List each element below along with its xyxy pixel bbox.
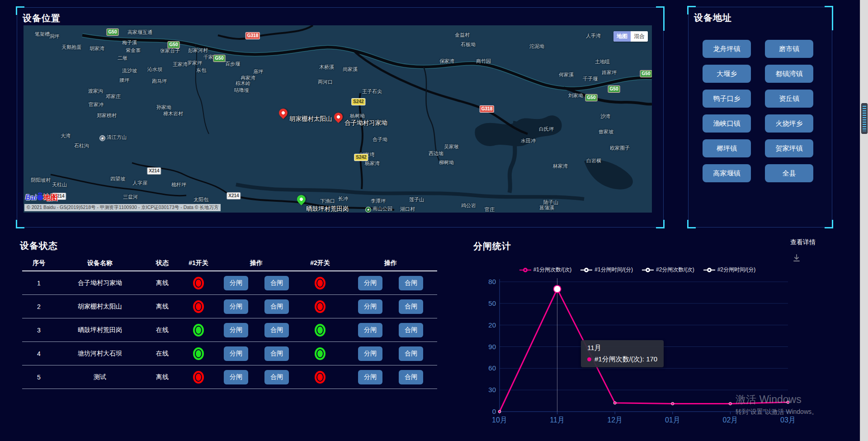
- open-switch-button[interactable]: 分闸: [224, 346, 248, 361]
- close-switch-button[interactable]: 合闸: [399, 346, 423, 361]
- map-place-label: 柳树坳: [439, 159, 454, 166]
- address-button-11[interactable]: 高家堰镇: [703, 164, 751, 182]
- address-button-6[interactable]: 资丘镇: [765, 90, 813, 108]
- address-button-12[interactable]: 全县: [765, 164, 813, 182]
- switch-indicator-red: [315, 371, 326, 384]
- corner-decoration: [656, 6, 665, 31]
- table-row: 2胡家棚村太阳山离线分闸合闸分闸合闸: [22, 295, 437, 318]
- map-place-label: 流沙坡: [122, 67, 137, 74]
- map-place-label: 何家溪: [559, 71, 574, 78]
- svg-text:02月: 02月: [723, 416, 738, 424]
- map-marker-label: 合子坳村习家坳: [344, 119, 387, 127]
- map-place-label: 笔架槽: [35, 31, 50, 38]
- svg-text:03月: 03月: [780, 416, 796, 424]
- page-scrollbar-thumb[interactable]: [861, 103, 868, 134]
- legend-marker-icon: [580, 270, 592, 270]
- address-button-2[interactable]: 磨市镇: [765, 40, 813, 58]
- table-row: 1合子坳村习家坳离线分闸合闸分闸合闸: [22, 271, 437, 295]
- svg-text:30: 30: [488, 386, 496, 394]
- open-switch-button[interactable]: 分闸: [224, 370, 248, 384]
- map-place-label: 路家坪: [602, 69, 617, 76]
- tooltip-series-dot-icon: [587, 357, 591, 361]
- open-switch-button[interactable]: 分闸: [358, 346, 382, 361]
- map-place-label: 腰坪: [119, 77, 129, 84]
- map-place-label: 林家湾: [553, 163, 568, 170]
- address-button-10[interactable]: 贺家坪镇: [765, 139, 813, 157]
- switch-indicator-red: [193, 371, 204, 384]
- map-place-label: 长冲: [338, 195, 348, 202]
- map-place-label: 渡家沟: [88, 88, 103, 95]
- open-switch-button[interactable]: 分闸: [358, 370, 382, 384]
- close-switch-button[interactable]: 合闸: [399, 370, 423, 384]
- map-place-label: 三盆河: [123, 194, 138, 200]
- map-place-label: 西边垴: [429, 150, 443, 157]
- device-status-title: 设备状态: [20, 240, 58, 252]
- open-switch-button[interactable]: 分闸: [358, 299, 382, 314]
- map-place-label: 棕木岭: [236, 80, 250, 87]
- park-icon: ♣: [365, 207, 371, 213]
- address-button-9[interactable]: 榔坪镇: [703, 139, 751, 157]
- close-switch-button[interactable]: 合闸: [399, 276, 423, 290]
- map-place-label: 尚家溪: [343, 66, 358, 73]
- map-place-label: 白氏坪: [539, 126, 554, 133]
- address-button-7[interactable]: 渔峡口镇: [703, 114, 751, 133]
- tooltip-month: 11月: [587, 344, 657, 352]
- map-marker-label: 晒鼓坪村荒田岗: [306, 205, 349, 213]
- table-row: 3晒鼓坪村荒田岗在线分闸合闸分闸合闸: [22, 318, 437, 342]
- svg-text:10月: 10月: [492, 416, 507, 424]
- close-switch-button[interactable]: 合闸: [264, 346, 289, 361]
- column-header: 设备名称: [56, 259, 144, 267]
- close-switch-button[interactable]: 合闸: [264, 323, 289, 337]
- windows-activation-watermark: 激活 Windows: [736, 393, 802, 407]
- map-place-label: 高家堰互通: [127, 29, 152, 36]
- map-place-label: 邓家庄: [106, 93, 121, 100]
- map-place-label: 李潭坪: [371, 198, 386, 204]
- device-location-panel: 设备位置 笔架槽洞坪天鹅抱蛋胡家湾高家堰互通梅子溪紫金寨二墩流沙坡沁水坝跑马坪腰…: [17, 7, 664, 228]
- map-marker-label: 胡家棚村太阳山: [289, 115, 332, 123]
- map-place-label: 东包: [196, 67, 206, 74]
- map-place-label: 跑马坪: [152, 78, 167, 85]
- page-scrollbar-track[interactable]: [860, 0, 868, 441]
- open-switch-button[interactable]: 分闸: [224, 276, 248, 290]
- device-status: 在线: [144, 350, 180, 358]
- close-switch-button[interactable]: 合闸: [264, 299, 289, 314]
- map-place-label: 沙湾: [600, 113, 610, 120]
- address-button-8[interactable]: 火烧坪乡: [765, 114, 813, 133]
- open-switch-button[interactable]: 分闸: [358, 323, 382, 337]
- map-place-label: 梅子溪: [122, 39, 137, 46]
- map-place-label: 金益村: [455, 32, 470, 38]
- device-name: 塘坊河村大石坝: [56, 350, 144, 358]
- chart-tooltip: 11月 #1分闸次数/(次): 170: [581, 340, 664, 367]
- view-details-link[interactable]: 查看详情: [790, 238, 816, 247]
- close-switch-button[interactable]: 合闸: [399, 299, 423, 314]
- table-row: 5测试离线分闸合闸分闸合闸: [22, 365, 437, 389]
- map-place-label: 天柱山: [52, 181, 67, 188]
- map-place-label: 沁水坝: [147, 66, 162, 73]
- map-type-hybrid-button[interactable]: 混合: [631, 31, 648, 42]
- map-place-label: 阴阳坡村: [31, 177, 51, 184]
- map-place-label: 罗家坪: [187, 60, 202, 66]
- corner-decoration: [825, 6, 833, 30]
- address-button-4[interactable]: 都镇湾镇: [765, 65, 813, 83]
- address-button-5[interactable]: 鸭子口乡: [703, 90, 751, 108]
- map-place-label: 四望坡: [110, 175, 125, 182]
- road-badge: S242: [351, 98, 365, 105]
- open-switch-button[interactable]: 分闸: [224, 299, 248, 314]
- corner-decoration: [656, 220, 665, 228]
- close-switch-button[interactable]: 合闸: [399, 323, 423, 337]
- address-button-1[interactable]: 龙舟坪镇: [703, 40, 751, 58]
- download-icon[interactable]: [792, 253, 801, 264]
- map-place-label: 官家冲: [89, 101, 104, 108]
- legend-marker-icon: [642, 270, 654, 270]
- open-switch-button[interactable]: 分闸: [358, 276, 382, 290]
- close-switch-button[interactable]: 合闸: [264, 276, 289, 290]
- baidu-map[interactable]: 笔架槽洞坪天鹅抱蛋胡家湾高家堰互通梅子溪紫金寨二墩流沙坡沁水坝跑马坪腰坪渡家沟邓…: [24, 25, 652, 213]
- open-switch-button[interactable]: 分闸: [224, 323, 248, 337]
- row-index: 5: [22, 374, 56, 381]
- close-switch-button[interactable]: 合闸: [264, 370, 289, 384]
- address-button-3[interactable]: 大堰乡: [703, 65, 751, 83]
- baidu-logo: Bai地图: [25, 193, 58, 203]
- map-type-map-button[interactable]: 地图: [613, 31, 631, 42]
- device-status: 在线: [144, 326, 180, 334]
- stats-title: 分闸统计: [473, 240, 511, 252]
